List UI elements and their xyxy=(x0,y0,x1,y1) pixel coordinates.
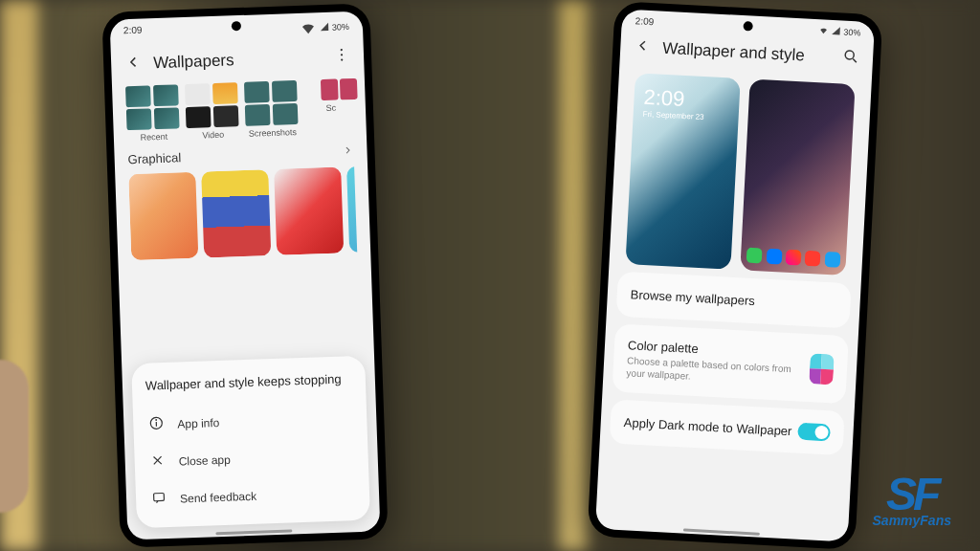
card-label: Browse my wallpapers xyxy=(630,287,836,312)
screen-left: 2:09 30% Wallpapers xyxy=(110,11,381,540)
card-dark-mode: Apply Dark mode to Wallpaper xyxy=(610,399,845,455)
wallpaper-thumb[interactable] xyxy=(346,166,357,253)
screen-right: 2:09 30% Wallpaper an xyxy=(595,9,875,541)
dialog-item-label: Close app xyxy=(178,452,231,468)
palette-swatch-icon xyxy=(809,353,835,385)
wifi-icon xyxy=(300,18,318,38)
album-label: Video xyxy=(202,130,224,141)
card-browse[interactable]: Browse my wallpapers xyxy=(616,272,852,329)
crash-dialog: Wallpaper and style keeps stopping App i… xyxy=(131,356,370,528)
album-label: Recent xyxy=(140,132,167,143)
svg-point-5 xyxy=(156,420,157,421)
nav-bar[interactable] xyxy=(683,529,760,536)
album-partial[interactable]: Sc xyxy=(303,78,359,137)
wallpaper-thumb[interactable] xyxy=(128,172,198,260)
album-recent[interactable]: Recent xyxy=(125,84,181,143)
page-title: Wallpapers xyxy=(153,48,323,73)
svg-point-2 xyxy=(341,58,343,60)
signal-icon xyxy=(320,22,329,33)
nav-bar[interactable] xyxy=(215,529,292,535)
card-label: Apply Dark mode to Wallpaper xyxy=(623,415,791,438)
back-icon[interactable] xyxy=(634,36,652,58)
feedback-icon xyxy=(151,490,167,509)
info-icon xyxy=(148,415,165,434)
watermark: SF SammyFans xyxy=(873,468,951,528)
album-label: Screenshots xyxy=(249,127,297,139)
svg-point-9 xyxy=(845,51,854,59)
album-video[interactable]: Video xyxy=(185,82,240,141)
close-icon xyxy=(149,452,166,472)
card-color-palette[interactable]: Color palette Choose a palette based on … xyxy=(612,324,848,405)
lock-time: 2:09 xyxy=(643,85,705,113)
watermark-text: SammyFans xyxy=(873,513,951,528)
wallpaper-thumb[interactable] xyxy=(274,166,344,254)
phone-left: 2:09 30% Wallpapers xyxy=(101,3,388,547)
dialog-title: Wallpaper and style keeps stopping xyxy=(145,371,352,393)
status-time: 2:09 xyxy=(635,15,654,28)
section-title: Graphical xyxy=(127,150,181,166)
svg-line-10 xyxy=(853,58,857,62)
svg-point-1 xyxy=(341,54,343,55)
section-graphical: Graphical xyxy=(114,134,370,264)
wifi-icon xyxy=(818,25,829,37)
chevron-right-icon[interactable] xyxy=(342,144,354,159)
homescreen-preview[interactable] xyxy=(740,79,855,276)
battery-percent: 30% xyxy=(332,22,349,33)
page-title: Wallpaper and style xyxy=(662,39,832,67)
back-icon[interactable] xyxy=(124,54,143,76)
battery-percent: 30% xyxy=(843,28,861,38)
wallpaper-thumb[interactable] xyxy=(201,169,271,257)
phone-right: 2:09 30% Wallpaper an xyxy=(588,1,883,550)
album-row: Recent Video xyxy=(112,75,367,143)
album-screenshots[interactable]: Screenshots xyxy=(244,80,300,139)
status-time: 2:09 xyxy=(123,25,143,45)
svg-rect-8 xyxy=(154,493,165,500)
album-label: Sc xyxy=(326,103,337,113)
signal-icon xyxy=(831,26,841,38)
dialog-item-label: App info xyxy=(177,416,220,431)
more-icon[interactable] xyxy=(333,46,351,68)
dialog-item-label: Send feedback xyxy=(180,489,257,505)
svg-point-0 xyxy=(341,49,343,51)
dark-mode-toggle[interactable] xyxy=(797,423,831,442)
dialog-send-feedback[interactable]: Send feedback xyxy=(148,474,356,518)
wallpaper-previews: 2:09 Fri, September 23 xyxy=(609,64,872,276)
search-icon[interactable] xyxy=(841,48,859,70)
lockscreen-preview[interactable]: 2:09 Fri, September 23 xyxy=(625,73,740,269)
